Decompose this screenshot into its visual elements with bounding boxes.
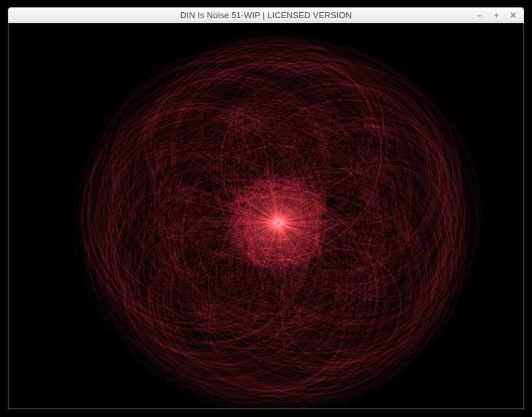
close-button[interactable]: ✕ xyxy=(508,10,518,21)
window-titlebar[interactable]: DIN Is Noise 51-WIP | LICENSED VERSION –… xyxy=(8,7,524,23)
desktop-background: DIN Is Noise 51-WIP | LICENSED VERSION –… xyxy=(0,0,532,417)
window-controls: – + ✕ xyxy=(474,8,518,23)
minimize-button[interactable]: – xyxy=(474,10,485,21)
maximize-button[interactable]: + xyxy=(491,10,502,21)
window-title: DIN Is Noise 51-WIP | LICENSED VERSION xyxy=(180,10,351,20)
app-content-area xyxy=(8,23,524,409)
app-window: DIN Is Noise 51-WIP | LICENSED VERSION –… xyxy=(8,7,524,409)
pattern-canvas[interactable] xyxy=(8,23,524,408)
